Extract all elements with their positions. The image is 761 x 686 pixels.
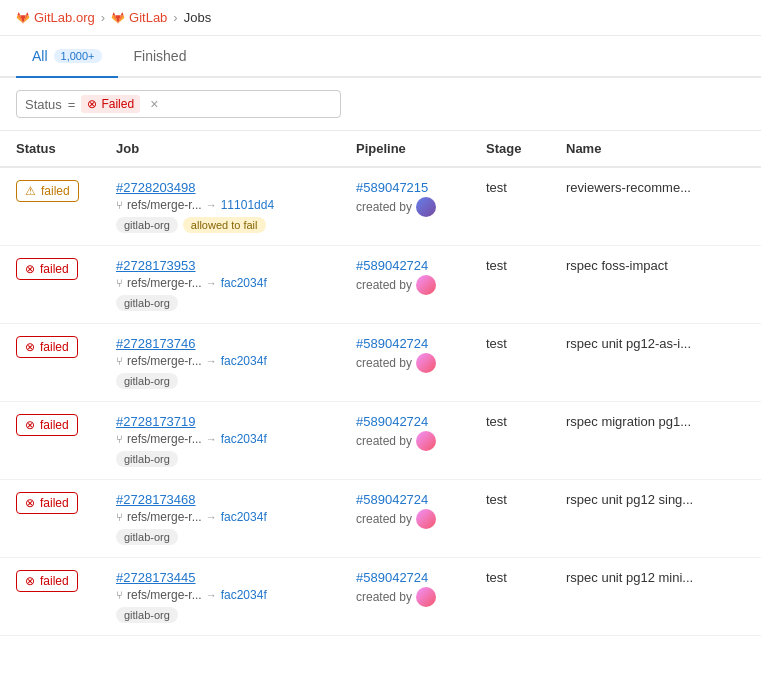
status-badge: ⊗ failed [16, 492, 78, 514]
job-tags-row: gitlab-org [116, 373, 324, 389]
job-tag: gitlab-org [116, 451, 178, 467]
tab-all[interactable]: All 1,000+ [16, 36, 118, 78]
status-badge: ⚠ failed [16, 180, 79, 202]
job-commit-link[interactable]: fac2034f [221, 276, 267, 290]
pipeline-link[interactable]: #589042724 [356, 336, 454, 351]
avatar [416, 431, 436, 451]
pipeline-link[interactable]: #589042724 [356, 414, 454, 429]
job-ref-name: refs/merge-r... [127, 354, 202, 368]
table-row: ⊗ failed #2728173746 ⑂ refs/merge-r... →… [0, 324, 761, 402]
table-row: ⊗ failed #2728173719 ⑂ refs/merge-r... →… [0, 402, 761, 480]
job-number-link[interactable]: #2728173468 [116, 492, 196, 507]
filter-input[interactable] [164, 97, 332, 112]
avatar [416, 353, 436, 373]
status-icon: ⊗ [25, 340, 35, 354]
col-header-stage: Stage [470, 131, 550, 167]
status-badge: ⊗ failed [16, 336, 78, 358]
status-text: failed [40, 418, 69, 432]
pipeline-cell: #589042724 created by [356, 258, 454, 295]
tab-finished[interactable]: Finished [118, 36, 203, 76]
job-commit-link[interactable]: fac2034f [221, 432, 267, 446]
pipeline-created-text: created by [356, 512, 412, 526]
filter-bar: Status = ⊗ Failed × [0, 78, 761, 131]
job-tag: gitlab-org [116, 295, 178, 311]
job-tag: gitlab-org [116, 373, 178, 389]
job-ref-row: ⑂ refs/merge-r... → fac2034f [116, 588, 324, 602]
filter-close-button[interactable]: × [150, 96, 158, 112]
job-number-link[interactable]: #2728173719 [116, 414, 196, 429]
stage-text: test [486, 414, 507, 429]
breadcrumb-gitlab-org[interactable]: GitLab.org [16, 10, 95, 25]
job-number-link[interactable]: #2728173953 [116, 258, 196, 273]
status-icon: ⊗ [25, 496, 35, 510]
job-name: rspec unit pg12 mini... [566, 570, 693, 585]
branch-icon: ⑂ [116, 589, 123, 601]
pipeline-cell: #589042724 created by [356, 492, 454, 529]
commit-arrow-icon: → [206, 355, 217, 367]
status-text: failed [40, 262, 69, 276]
stage-text: test [486, 570, 507, 585]
commit-arrow-icon: → [206, 511, 217, 523]
stage-text: test [486, 336, 507, 351]
commit-arrow-icon: → [206, 277, 217, 289]
breadcrumb-gitlab[interactable]: GitLab [111, 10, 167, 25]
job-name: rspec migration pg1... [566, 414, 691, 429]
job-tag: gitlab-org [116, 529, 178, 545]
pipeline-sub: created by [356, 197, 454, 217]
status-text: failed [40, 496, 69, 510]
job-ref-row: ⑂ refs/merge-r... → fac2034f [116, 510, 324, 524]
pipeline-link[interactable]: #589042724 [356, 492, 454, 507]
job-commit-link[interactable]: fac2034f [221, 588, 267, 602]
job-name: reviewers-recomme... [566, 180, 691, 195]
pipeline-cell: #589042724 created by [356, 570, 454, 607]
tabs-bar: All 1,000+ Finished [0, 36, 761, 78]
status-text: failed [40, 340, 69, 354]
job-tags-row: gitlab-orgallowed to fail [116, 217, 324, 233]
status-badge: ⊗ failed [16, 570, 78, 592]
col-header-name: Name [550, 131, 761, 167]
job-number-link[interactable]: #2728173445 [116, 570, 196, 585]
stage-text: test [486, 258, 507, 273]
status-icon: ⚠ [25, 184, 36, 198]
breadcrumb-org-label: GitLab.org [34, 10, 95, 25]
pipeline-sub: created by [356, 431, 454, 451]
branch-icon: ⑂ [116, 199, 123, 211]
pipeline-created-text: created by [356, 278, 412, 292]
filter-eq: = [68, 97, 76, 112]
job-tag: gitlab-org [116, 217, 178, 233]
table-row: ⊗ failed #2728173468 ⑂ refs/merge-r... →… [0, 480, 761, 558]
pipeline-cell: #589047215 created by [356, 180, 454, 217]
job-number-link[interactable]: #2728203498 [116, 180, 196, 195]
job-ref-row: ⑂ refs/merge-r... → 11101dd4 [116, 198, 324, 212]
job-tags-row: gitlab-org [116, 451, 324, 467]
table-row: ⊗ failed #2728173953 ⑂ refs/merge-r... →… [0, 246, 761, 324]
job-tag: gitlab-org [116, 607, 178, 623]
pipeline-sub: created by [356, 509, 454, 529]
filter-status-label: Status [25, 97, 62, 112]
pipeline-sub: created by [356, 587, 454, 607]
job-commit-link[interactable]: fac2034f [221, 510, 267, 524]
pipeline-created-text: created by [356, 356, 412, 370]
job-commit-link[interactable]: 11101dd4 [221, 198, 274, 212]
pipeline-cell: #589042724 created by [356, 414, 454, 451]
job-ref-row: ⑂ refs/merge-r... → fac2034f [116, 276, 324, 290]
job-name: rspec foss-impact [566, 258, 668, 273]
status-icon: ⊗ [25, 262, 35, 276]
branch-icon: ⑂ [116, 355, 123, 367]
stage-text: test [486, 180, 507, 195]
pipeline-link[interactable]: #589042724 [356, 258, 454, 273]
pipeline-created-text: created by [356, 434, 412, 448]
filter-tag-status[interactable]: Status = ⊗ Failed × [16, 90, 341, 118]
pipeline-link[interactable]: #589047215 [356, 180, 454, 195]
breadcrumb: GitLab.org › GitLab › Jobs [0, 0, 761, 36]
tab-all-label: All [32, 48, 48, 64]
breadcrumb-sep-1: › [101, 10, 105, 25]
avatar [416, 197, 436, 217]
job-ref-name: refs/merge-r... [127, 198, 202, 212]
job-number-link[interactable]: #2728173746 [116, 336, 196, 351]
job-ref-name: refs/merge-r... [127, 276, 202, 290]
branch-icon: ⑂ [116, 511, 123, 523]
commit-arrow-icon: → [206, 433, 217, 445]
pipeline-link[interactable]: #589042724 [356, 570, 454, 585]
job-commit-link[interactable]: fac2034f [221, 354, 267, 368]
